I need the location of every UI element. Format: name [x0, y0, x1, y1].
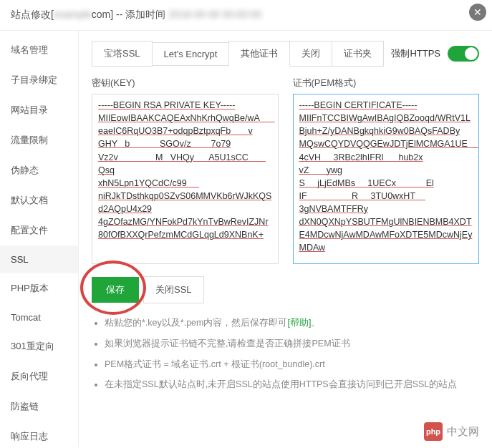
tab-close[interactable]: 关闭	[289, 41, 332, 67]
time-obscured: 2018-00-00 00:00:00	[165, 9, 261, 20]
sidebar-item-domain[interactable]: 域名管理	[0, 35, 78, 65]
sidebar-item-proxy[interactable]: 反向代理	[0, 361, 78, 391]
tab-bt-ssl[interactable]: 宝塔SSL	[92, 41, 153, 67]
ssl-tabs: 宝塔SSL Let's Encrypt 其他证书 关闭 证书夹 强制HTTPS	[92, 41, 479, 67]
key-column: 密钥(KEY)	[92, 77, 279, 266]
tab-other-cert[interactable]: 其他证书	[228, 41, 290, 67]
tip-3: PEM格式证书 = 域名证书.crt + 根证书(root_bundle).cr…	[105, 358, 479, 371]
tab-lets-encrypt[interactable]: Let's Encrypt	[152, 42, 230, 66]
sidebar-item-rewrite[interactable]: 伪静态	[0, 155, 78, 185]
tip-1-text: 粘贴您的*.key以及*.pem内容，然后保存即可	[105, 318, 287, 328]
sidebar: 域名管理 子目录绑定 网站目录 流量限制 伪静态 默认文档 配置文件 SSL P…	[0, 31, 79, 447]
tip-2: 如果浏览器提示证书链不完整,请检查是否正确拼接PEM证书	[105, 337, 479, 351]
title-suffix: com] -- 添加时间	[92, 9, 165, 20]
close-ssl-button[interactable]: 关闭SSL	[143, 276, 204, 303]
tips-list: 粘贴您的*.key以及*.pem内容，然后保存即可[帮助]。 如果浏览器提示证书…	[92, 316, 479, 391]
save-button[interactable]: 保存	[92, 277, 139, 303]
cert-input[interactable]	[293, 94, 480, 264]
tip-4: 在未指定SSL默认站点时,未开启SSL的站点使用HTTPS会直接访问到已开启SS…	[105, 378, 479, 391]
force-https-label: 强制HTTPS	[391, 47, 440, 60]
sidebar-item-php[interactable]: PHP版本	[0, 273, 78, 303]
cert-column: 证书(PEM格式)	[293, 77, 480, 266]
modal-title: 站点修改[examplecom] -- 添加时间 2018-00-00 00:0…	[11, 9, 261, 21]
tip-1-post: 。	[311, 318, 320, 328]
title-prefix: 站点修改[	[11, 9, 54, 20]
key-label: 密钥(KEY)	[92, 77, 279, 89]
modal-body: 域名管理 子目录绑定 网站目录 流量限制 伪静态 默认文档 配置文件 SSL P…	[0, 31, 492, 447]
sidebar-item-hotlink[interactable]: 防盗链	[0, 391, 78, 422]
sidebar-item-log[interactable]: 响应日志	[0, 422, 78, 448]
sidebar-item-tomcat[interactable]: Tomcat	[0, 303, 78, 331]
tip-1: 粘贴您的*.key以及*.pem内容，然后保存即可[帮助]。	[105, 316, 479, 330]
sidebar-item-default-doc[interactable]: 默认文档	[0, 185, 78, 215]
button-row: 保存 关闭SSL	[92, 276, 479, 303]
cert-label: 证书(PEM格式)	[293, 77, 480, 89]
tab-cert-folder[interactable]: 证书夹	[332, 41, 384, 67]
modal-header: 站点修改[examplecom] -- 添加时间 2018-00-00 00:0…	[0, 0, 492, 31]
content-panel: 宝塔SSL Let's Encrypt 其他证书 关闭 证书夹 强制HTTPS …	[79, 31, 492, 447]
sidebar-item-config[interactable]: 配置文件	[0, 215, 78, 245]
sidebar-item-301[interactable]: 301重定向	[0, 331, 78, 361]
cert-columns: 密钥(KEY) 证书(PEM格式)	[92, 77, 479, 266]
key-input[interactable]	[92, 94, 279, 264]
force-https-wrap: 强制HTTPS	[391, 46, 479, 62]
force-https-toggle[interactable]	[448, 46, 479, 62]
sidebar-item-traffic[interactable]: 流量限制	[0, 125, 78, 155]
domain-obscured: example	[54, 9, 92, 20]
sidebar-item-subdir[interactable]: 子目录绑定	[0, 65, 78, 95]
close-icon[interactable]: ✕	[469, 4, 486, 21]
help-link[interactable]: [帮助]	[287, 318, 311, 328]
sidebar-item-ssl[interactable]: SSL	[0, 245, 78, 273]
sidebar-item-webroot[interactable]: 网站目录	[0, 95, 78, 125]
